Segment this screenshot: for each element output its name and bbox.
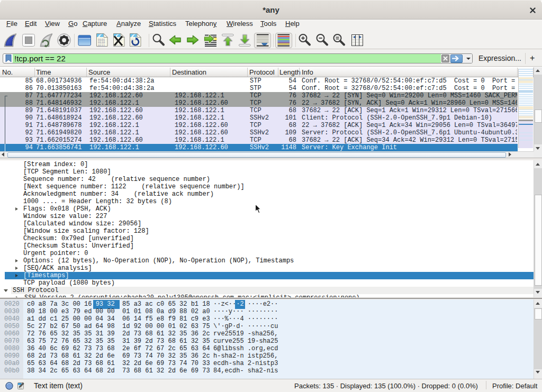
svg-text:0111: 0111 xyxy=(98,44,105,48)
